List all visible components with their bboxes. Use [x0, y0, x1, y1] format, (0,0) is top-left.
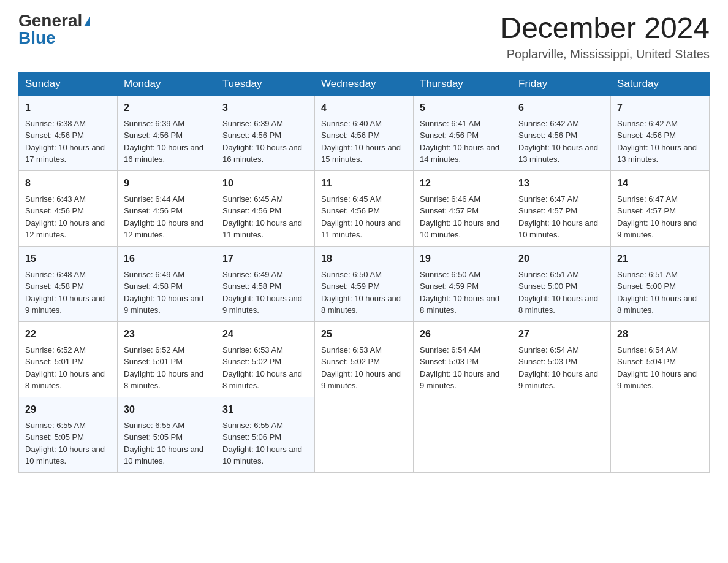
calendar-cell: 3 Sunrise: 6:39 AMSunset: 4:56 PMDayligh…	[216, 95, 315, 170]
calendar-cell: 8 Sunrise: 6:43 AMSunset: 4:56 PMDayligh…	[19, 170, 118, 246]
day-info: Sunrise: 6:53 AMSunset: 5:02 PMDaylight:…	[321, 344, 407, 392]
day-info: Sunrise: 6:51 AMSunset: 5:00 PMDaylight:…	[518, 269, 604, 316]
logo-top-line: General	[18, 12, 90, 29]
calendar-cell	[315, 397, 414, 472]
calendar-cell: 28 Sunrise: 6:54 AMSunset: 5:04 PMDaylig…	[611, 321, 710, 397]
calendar-cell: 10 Sunrise: 6:45 AMSunset: 4:56 PMDaylig…	[216, 170, 315, 246]
calendar-week-row: 15 Sunrise: 6:48 AMSunset: 4:58 PMDaylig…	[19, 246, 710, 321]
day-number: 31	[222, 402, 308, 417]
day-number: 30	[124, 402, 210, 417]
title-area: December 2024 Poplarville, Mississippi, …	[500, 12, 710, 61]
calendar-cell: 4 Sunrise: 6:40 AMSunset: 4:56 PMDayligh…	[315, 95, 414, 170]
calendar-cell: 11 Sunrise: 6:45 AMSunset: 4:56 PMDaylig…	[315, 170, 414, 246]
day-info: Sunrise: 6:45 AMSunset: 4:56 PMDaylight:…	[222, 193, 308, 241]
col-tuesday: Tuesday	[216, 72, 315, 95]
day-info: Sunrise: 6:42 AMSunset: 4:56 PMDaylight:…	[518, 118, 604, 166]
calendar-header: Sunday Monday Tuesday Wednesday Thursday…	[19, 72, 710, 95]
day-info: Sunrise: 6:50 AMSunset: 4:59 PMDaylight:…	[420, 269, 506, 316]
day-info: Sunrise: 6:52 AMSunset: 5:01 PMDaylight:…	[25, 344, 111, 392]
day-info: Sunrise: 6:46 AMSunset: 4:57 PMDaylight:…	[420, 193, 506, 241]
day-info: Sunrise: 6:49 AMSunset: 4:58 PMDaylight:…	[222, 269, 308, 316]
day-number: 2	[124, 101, 210, 115]
day-number: 14	[617, 176, 703, 191]
header-row: Sunday Monday Tuesday Wednesday Thursday…	[19, 72, 710, 95]
calendar-cell	[611, 397, 710, 472]
day-number: 8	[25, 176, 111, 191]
calendar-cell: 21 Sunrise: 6:51 AMSunset: 5:00 PMDaylig…	[611, 246, 710, 321]
day-info: Sunrise: 6:54 AMSunset: 5:03 PMDaylight:…	[420, 344, 506, 392]
day-number: 29	[25, 402, 111, 417]
day-number: 11	[321, 176, 407, 191]
calendar-cell: 30 Sunrise: 6:55 AMSunset: 5:05 PMDaylig…	[118, 397, 216, 472]
day-info: Sunrise: 6:47 AMSunset: 4:57 PMDaylight:…	[617, 193, 703, 241]
day-info: Sunrise: 6:47 AMSunset: 4:57 PMDaylight:…	[518, 193, 604, 241]
logo: General Blue	[18, 12, 90, 47]
calendar-cell: 22 Sunrise: 6:52 AMSunset: 5:01 PMDaylig…	[19, 321, 118, 397]
calendar-cell: 5 Sunrise: 6:41 AMSunset: 4:56 PMDayligh…	[414, 95, 512, 170]
day-info: Sunrise: 6:49 AMSunset: 4:58 PMDaylight:…	[124, 269, 210, 316]
day-info: Sunrise: 6:41 AMSunset: 4:56 PMDaylight:…	[420, 118, 506, 166]
logo-blue-text: Blue	[18, 28, 56, 47]
calendar-cell: 2 Sunrise: 6:39 AMSunset: 4:56 PMDayligh…	[118, 95, 216, 170]
day-info: Sunrise: 6:45 AMSunset: 4:56 PMDaylight:…	[321, 193, 407, 241]
day-number: 1	[25, 101, 111, 115]
day-number: 24	[222, 327, 308, 342]
day-number: 4	[321, 101, 407, 115]
day-info: Sunrise: 6:43 AMSunset: 4:56 PMDaylight:…	[25, 193, 111, 241]
calendar-cell: 13 Sunrise: 6:47 AMSunset: 4:57 PMDaylig…	[512, 170, 611, 246]
calendar-cell: 16 Sunrise: 6:49 AMSunset: 4:58 PMDaylig…	[118, 246, 216, 321]
day-number: 7	[617, 101, 703, 115]
day-info: Sunrise: 6:53 AMSunset: 5:02 PMDaylight:…	[222, 344, 308, 392]
day-number: 16	[124, 251, 210, 266]
calendar-cell: 9 Sunrise: 6:44 AMSunset: 4:56 PMDayligh…	[118, 170, 216, 246]
calendar-cell: 17 Sunrise: 6:49 AMSunset: 4:58 PMDaylig…	[216, 246, 315, 321]
calendar-week-row: 22 Sunrise: 6:52 AMSunset: 5:01 PMDaylig…	[19, 321, 710, 397]
day-info: Sunrise: 6:44 AMSunset: 4:56 PMDaylight:…	[124, 193, 210, 241]
calendar-cell: 24 Sunrise: 6:53 AMSunset: 5:02 PMDaylig…	[216, 321, 315, 397]
day-info: Sunrise: 6:48 AMSunset: 4:58 PMDaylight:…	[25, 269, 111, 316]
day-info: Sunrise: 6:51 AMSunset: 5:00 PMDaylight:…	[617, 269, 703, 316]
col-friday: Friday	[512, 72, 611, 95]
day-number: 23	[124, 327, 210, 342]
calendar-cell	[414, 397, 512, 472]
day-number: 25	[321, 327, 407, 342]
calendar-cell: 15 Sunrise: 6:48 AMSunset: 4:58 PMDaylig…	[19, 246, 118, 321]
calendar-cell: 23 Sunrise: 6:52 AMSunset: 5:01 PMDaylig…	[118, 321, 216, 397]
day-info: Sunrise: 6:42 AMSunset: 4:56 PMDaylight:…	[617, 118, 703, 166]
day-number: 12	[420, 176, 506, 191]
day-number: 26	[420, 327, 506, 342]
day-number: 17	[222, 251, 308, 266]
calendar-cell: 12 Sunrise: 6:46 AMSunset: 4:57 PMDaylig…	[414, 170, 512, 246]
col-saturday: Saturday	[611, 72, 710, 95]
calendar-cell: 27 Sunrise: 6:54 AMSunset: 5:03 PMDaylig…	[512, 321, 611, 397]
day-info: Sunrise: 6:38 AMSunset: 4:56 PMDaylight:…	[25, 118, 111, 166]
col-monday: Monday	[118, 72, 216, 95]
day-info: Sunrise: 6:40 AMSunset: 4:56 PMDaylight:…	[321, 118, 407, 166]
day-number: 22	[25, 327, 111, 342]
day-info: Sunrise: 6:55 AMSunset: 5:06 PMDaylight:…	[222, 419, 308, 467]
month-title: December 2024	[500, 12, 710, 45]
calendar-week-row: 29 Sunrise: 6:55 AMSunset: 5:05 PMDaylig…	[19, 397, 710, 472]
day-number: 21	[617, 251, 703, 266]
day-number: 15	[25, 251, 111, 266]
location-subtitle: Poplarville, Mississippi, United States	[500, 47, 710, 61]
day-number: 3	[222, 101, 308, 115]
calendar-cell	[512, 397, 611, 472]
day-info: Sunrise: 6:54 AMSunset: 5:03 PMDaylight:…	[518, 344, 604, 392]
calendar-body: 1 Sunrise: 6:38 AMSunset: 4:56 PMDayligh…	[19, 95, 710, 472]
day-number: 5	[420, 101, 506, 115]
calendar-cell: 31 Sunrise: 6:55 AMSunset: 5:06 PMDaylig…	[216, 397, 315, 472]
calendar-cell: 25 Sunrise: 6:53 AMSunset: 5:02 PMDaylig…	[315, 321, 414, 397]
calendar-table: Sunday Monday Tuesday Wednesday Thursday…	[18, 72, 710, 473]
day-number: 18	[321, 251, 407, 266]
calendar-cell: 29 Sunrise: 6:55 AMSunset: 5:05 PMDaylig…	[19, 397, 118, 472]
day-info: Sunrise: 6:52 AMSunset: 5:01 PMDaylight:…	[124, 344, 210, 392]
day-info: Sunrise: 6:50 AMSunset: 4:59 PMDaylight:…	[321, 269, 407, 316]
day-info: Sunrise: 6:55 AMSunset: 5:05 PMDaylight:…	[124, 419, 210, 467]
day-number: 20	[518, 251, 604, 266]
col-wednesday: Wednesday	[315, 72, 414, 95]
col-sunday: Sunday	[19, 72, 118, 95]
calendar-cell: 1 Sunrise: 6:38 AMSunset: 4:56 PMDayligh…	[19, 95, 118, 170]
day-info: Sunrise: 6:54 AMSunset: 5:04 PMDaylight:…	[617, 344, 703, 392]
day-number: 28	[617, 327, 703, 342]
